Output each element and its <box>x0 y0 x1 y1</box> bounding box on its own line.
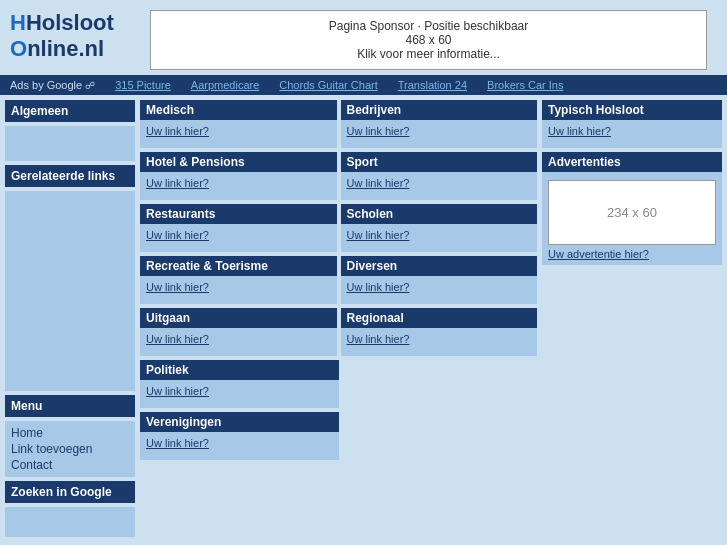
cat-hotel-header: Hotel & Pensions <box>140 152 337 172</box>
cat-bedrijven-header: Bedrijven <box>341 100 538 120</box>
cat-politiek: Politiek Uw link hier? <box>140 360 339 408</box>
cat-politiek-header: Politiek <box>140 360 339 380</box>
cat-scholen-link[interactable]: Uw link hier? <box>347 229 410 241</box>
cat-diversen-link[interactable]: Uw link hier? <box>347 281 410 293</box>
row1: Medisch Uw link hier? Bedrijven Uw link … <box>140 100 537 148</box>
sponsor-line2: 468 x 60 <box>171 33 686 47</box>
sponsor-line1: Pagina Sponsor · Positie beschikbaar <box>171 19 686 33</box>
cat-verenigingen-header: Verenigingen <box>140 412 339 432</box>
sponsor-line3: Klik voor meer informatie... <box>171 47 686 61</box>
nav-link-translation[interactable]: Translation 24 <box>398 79 467 91</box>
row2: Hotel & Pensions Uw link hier? Sport Uw … <box>140 152 537 200</box>
ads-label: Ads by Google <box>10 79 82 91</box>
cat-diversen: Diversen Uw link hier? <box>341 256 538 304</box>
gerelateerde-header: Gerelateerde links <box>5 165 135 187</box>
cat-scholen-header: Scholen <box>341 204 538 224</box>
typisch-box: Typisch Holsloot Uw link hier? <box>542 100 722 148</box>
nav-link-chords[interactable]: Chords Guitar Chart <box>279 79 377 91</box>
cat-verenigingen-body: Uw link hier? <box>140 432 339 460</box>
ads-by-google: Ads by Google ☍ <box>10 79 95 91</box>
menu-home[interactable]: Home <box>11 425 129 441</box>
row6: Politiek Uw link hier? <box>140 360 537 408</box>
cat-sport-link[interactable]: Uw link hier? <box>347 177 410 189</box>
cat-medisch-body: Uw link hier? <box>140 120 337 148</box>
cat-verenigingen: Verenigingen Uw link hier? <box>140 412 339 460</box>
row3: Restaurants Uw link hier? Scholen Uw lin… <box>140 204 537 252</box>
cat-bedrijven: Bedrijven Uw link hier? <box>341 100 538 148</box>
cat-medisch-header: Medisch <box>140 100 337 120</box>
cat-uitgaan-link[interactable]: Uw link hier? <box>146 333 209 345</box>
cat-uitgaan-body: Uw link hier? <box>140 328 337 356</box>
nav-link-aarpmedicare[interactable]: Aarpmedicare <box>191 79 259 91</box>
cat-regionaal-link[interactable]: Uw link hier? <box>347 333 410 345</box>
row7: Verenigingen Uw link hier? <box>140 412 537 460</box>
logo-line2: nline.nl <box>27 36 104 61</box>
typisch-body: Uw link hier? <box>542 120 722 148</box>
cat-diversen-header: Diversen <box>341 256 538 276</box>
typisch-header: Typisch Holsloot <box>542 100 722 120</box>
logo: HHolsloot Online.nl <box>10 10 140 63</box>
cat-recreatie: Recreatie & Toerisme Uw link hier? <box>140 256 337 304</box>
sidebar: Algemeen Gerelateerde links Menu Home Li… <box>5 100 135 537</box>
gerelateerde-body <box>5 191 135 391</box>
cat-bedrijven-link[interactable]: Uw link hier? <box>347 125 410 137</box>
cat-uitgaan-header: Uitgaan <box>140 308 337 328</box>
cat-sport: Sport Uw link hier? <box>341 152 538 200</box>
menu-link-toevoegen[interactable]: Link toevoegen <box>11 441 129 457</box>
cat-politiek-body: Uw link hier? <box>140 380 339 408</box>
cat-hotel: Hotel & Pensions Uw link hier? <box>140 152 337 200</box>
sponsor-box[interactable]: Pagina Sponsor · Positie beschikbaar 468… <box>150 10 707 70</box>
cat-regionaal-header: Regionaal <box>341 308 538 328</box>
main-container: Algemeen Gerelateerde links Menu Home Li… <box>0 95 727 542</box>
ad-link[interactable]: Uw advertentie hier? <box>548 248 649 260</box>
cat-scholen-body: Uw link hier? <box>341 224 538 252</box>
logo-h: H <box>10 10 26 35</box>
cat-medisch: Medisch Uw link hier? <box>140 100 337 148</box>
cat-recreatie-link[interactable]: Uw link hier? <box>146 281 209 293</box>
row5: Uitgaan Uw link hier? Regionaal Uw link … <box>140 308 537 356</box>
nav-link-315picture[interactable]: 315 Picture <box>115 79 171 91</box>
nav-bar: Ads by Google ☍ 315 Picture Aarpmedicare… <box>0 75 727 95</box>
menu-body: Home Link toevoegen Contact <box>5 421 135 477</box>
logo-line1: Holsloot <box>26 10 114 35</box>
cat-recreatie-header: Recreatie & Toerisme <box>140 256 337 276</box>
ad-size-label: 234 x 60 <box>607 205 657 220</box>
zoeken-header: Zoeken in Google <box>5 481 135 503</box>
ads-icon: ☍ <box>85 80 95 91</box>
header: HHolsloot Online.nl Pagina Sponsor · Pos… <box>0 0 727 75</box>
cat-restaurants: Restaurants Uw link hier? <box>140 204 337 252</box>
cat-restaurants-body: Uw link hier? <box>140 224 337 252</box>
typisch-link[interactable]: Uw link hier? <box>548 125 611 137</box>
logo-o: O <box>10 36 27 61</box>
cat-sport-body: Uw link hier? <box>341 172 538 200</box>
cat-restaurants-link[interactable]: Uw link hier? <box>146 229 209 241</box>
cat-diversen-body: Uw link hier? <box>341 276 538 304</box>
cat-regionaal-body: Uw link hier? <box>341 328 538 356</box>
cat-medisch-link[interactable]: Uw link hier? <box>146 125 209 137</box>
cat-regionaal: Regionaal Uw link hier? <box>341 308 538 356</box>
cat-politiek-link[interactable]: Uw link hier? <box>146 385 209 397</box>
advertenties-box: Advertenties 234 x 60 Uw advertentie hie… <box>542 152 722 265</box>
algemeen-header: Algemeen <box>5 100 135 122</box>
algemeen-body <box>5 126 135 161</box>
content-area: Medisch Uw link hier? Bedrijven Uw link … <box>135 100 542 537</box>
cat-sport-header: Sport <box>341 152 538 172</box>
menu-header: Menu <box>5 395 135 417</box>
cat-restaurants-header: Restaurants <box>140 204 337 224</box>
cat-recreatie-body: Uw link hier? <box>140 276 337 304</box>
nav-link-brokers[interactable]: Brokers Car Ins <box>487 79 563 91</box>
cat-hotel-link[interactable]: Uw link hier? <box>146 177 209 189</box>
cat-uitgaan: Uitgaan Uw link hier? <box>140 308 337 356</box>
menu-contact[interactable]: Contact <box>11 457 129 473</box>
cat-scholen: Scholen Uw link hier? <box>341 204 538 252</box>
ad-placeholder: 234 x 60 <box>548 180 716 245</box>
advertenties-body: 234 x 60 Uw advertentie hier? <box>542 172 722 265</box>
cat-bedrijven-body: Uw link hier? <box>341 120 538 148</box>
zoeken-body <box>5 507 135 537</box>
right-col: Typisch Holsloot Uw link hier? Advertent… <box>542 100 722 537</box>
cat-hotel-body: Uw link hier? <box>140 172 337 200</box>
advertenties-header: Advertenties <box>542 152 722 172</box>
cat-verenigingen-link[interactable]: Uw link hier? <box>146 437 209 449</box>
row4: Recreatie & Toerisme Uw link hier? Diver… <box>140 256 537 304</box>
